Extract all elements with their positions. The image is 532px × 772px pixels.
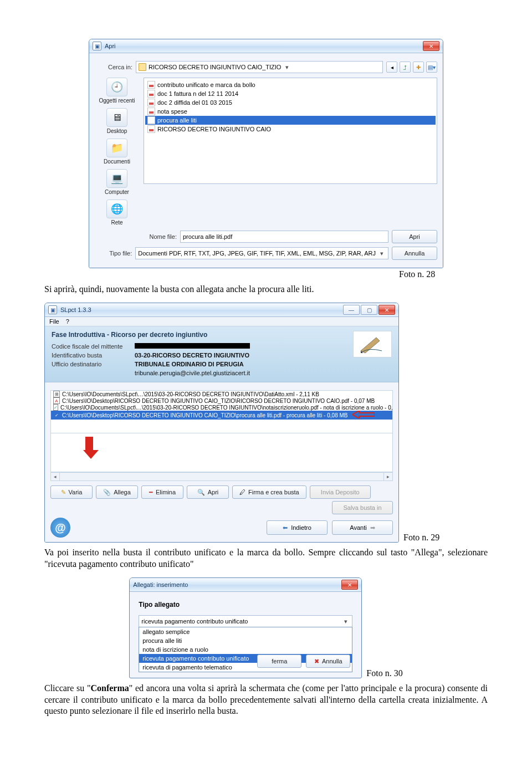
- chevron-down-icon: ▾: [283, 63, 291, 71]
- allegati-dialog: Allegati: inserimento ✕ Tipo allegato ri…: [129, 577, 362, 678]
- invia-button[interactable]: Invia Deposito: [310, 485, 371, 499]
- close-icon[interactable]: ✕: [423, 41, 439, 51]
- places-documents[interactable]: 📁Documenti: [98, 139, 136, 165]
- pdf-icon: [147, 90, 155, 98]
- filename-input[interactable]: procura alle liti.pdf: [180, 231, 388, 243]
- dropdown-option[interactable]: nota di iscrizione a ruolo: [139, 645, 352, 654]
- search-in-label: Cerca in:: [95, 64, 132, 70]
- file-row[interactable]: nota spese: [145, 107, 436, 116]
- pdf-icon: [147, 81, 155, 89]
- folder-icon: [139, 63, 146, 71]
- dropdown-option[interactable]: allegato semplice: [139, 627, 352, 636]
- pdf-icon: [147, 116, 155, 124]
- elimina-button[interactable]: ━Elimina: [141, 485, 183, 499]
- wizard-dialog: ▣ SLpct 1.3.3 — ▢ ✕ File ? Fase Introdut…: [44, 303, 399, 543]
- dropdown-option[interactable]: procura alle liti: [139, 636, 352, 645]
- cancel-button[interactable]: Annulla: [392, 247, 437, 260]
- pen-icon: [353, 331, 392, 357]
- type-label: Tipo allegato: [139, 601, 352, 609]
- body-text: Si aprirà, quindi, nuovamente la busta c…: [44, 284, 488, 295]
- titlebar: ▣ SLpct 1.3.3 — ▢ ✕: [45, 303, 398, 317]
- filetype-combo[interactable]: Documenti PDF, RTF, TXT, JPG, JPEG, GIF,…: [135, 247, 388, 259]
- dialog-title: SLpct 1.3.3: [60, 306, 343, 313]
- firma-button[interactable]: 🖊Firma e crea busta: [232, 485, 306, 499]
- back-button[interactable]: ◂: [386, 62, 397, 73]
- file-row[interactable]: contributo unificato e marca da bollo: [145, 80, 436, 89]
- current-folder: RICORSO DECRETO INGIUNTIVO CAIO_TIZIO: [149, 64, 281, 70]
- file-row[interactable]: doc 1 fattura n del 12 11 2014: [145, 89, 436, 98]
- list-item: ⊞C:\Users\IO\Documents\SLpct\…\2015\03-2…: [51, 391, 392, 397]
- filetype-label: Tipo file:: [95, 250, 132, 257]
- apri-button[interactable]: 🔍Apri: [187, 485, 229, 499]
- titlebar: Allegati: inserimento ✕: [130, 578, 361, 592]
- chevron-down-icon: ▾: [378, 249, 386, 257]
- pdf-icon: [147, 99, 155, 106]
- app-icon: ▣: [48, 305, 57, 314]
- at-icon: @: [50, 518, 70, 538]
- body-text: Va poi inserito nella busta il contribut…: [44, 547, 488, 570]
- salva-button[interactable]: Salva busta in: [332, 501, 393, 514]
- view-menu-button[interactable]: ▤▾: [426, 62, 437, 73]
- pdf-icon: [147, 125, 155, 133]
- titlebar: ▣ Apri ✕: [89, 39, 443, 53]
- svg-marker-0: [352, 411, 375, 418]
- redacted-value: [135, 343, 250, 349]
- attachment-list[interactable]: ⊞C:\Users\IO\Documents\SLpct\…\2015\03-2…: [50, 390, 393, 433]
- varia-button[interactable]: ✎Varia: [50, 485, 93, 499]
- minimize-icon[interactable]: —: [343, 305, 360, 315]
- arrow-down-icon: [83, 437, 95, 459]
- new-folder-button[interactable]: ✚: [413, 62, 424, 73]
- phase-title: Fase Introduttiva - Ricorso per decreto …: [52, 331, 250, 339]
- places-network[interactable]: 🌐Rete: [98, 200, 136, 226]
- caption: Foto n. 28: [399, 269, 488, 279]
- back-button[interactable]: ⬅Indietro: [267, 520, 328, 535]
- maximize-icon[interactable]: ▢: [361, 305, 377, 315]
- file-row[interactable]: procura alle liti: [145, 116, 436, 125]
- list-item: ✓C:\Users\IO\Desktop\RICORSO DECRETO ING…: [51, 411, 392, 420]
- menu-file[interactable]: File: [49, 318, 59, 325]
- list-item: AC:\Users\IO\Desktop\RICORSO DECRETO ING…: [51, 397, 392, 404]
- pdf-icon: [147, 108, 155, 115]
- confirm-button[interactable]: ferma: [257, 655, 301, 668]
- file-list[interactable]: contributo unificato e marca da bollo do…: [144, 78, 437, 184]
- close-icon[interactable]: ✕: [378, 305, 395, 315]
- cancel-button[interactable]: ✖Annulla: [306, 655, 350, 668]
- places-desktop[interactable]: 🖥Desktop: [98, 108, 136, 134]
- type-combo[interactable]: ricevuta pagamento contributo unificato …: [139, 615, 352, 627]
- dialog-title: Allegati: inserimento: [133, 581, 341, 588]
- allega-button[interactable]: 📎Allega: [96, 485, 138, 499]
- open-button[interactable]: Apri: [392, 230, 437, 243]
- folder-combo[interactable]: RICORSO DECRETO INGIUNTIVO CAIO_TIZIO ▾: [136, 61, 383, 73]
- forward-button[interactable]: Avanti➡: [332, 520, 393, 535]
- open-file-dialog: ▣ Apri ✕ Cerca in: RICORSO DECRETO INGIU…: [89, 39, 443, 268]
- filename-label: Nome file:: [95, 233, 177, 240]
- app-icon: ▣: [93, 42, 101, 50]
- caption: Foto n. 29: [403, 533, 439, 543]
- list-item: ✓C:\Users\IO\Documents\SLpct\…\2015\03-2…: [51, 404, 392, 411]
- caption: Foto n. 30: [366, 668, 402, 678]
- body-text: Cliccare su "Conferma" ed ancora una vol…: [44, 683, 488, 717]
- close-icon[interactable]: ✕: [341, 580, 358, 590]
- file-row[interactable]: doc 2 diffida del 01 03 2015: [145, 98, 436, 107]
- chevron-down-icon: ▾: [342, 617, 350, 625]
- dialog-title: Apri: [105, 43, 423, 49]
- up-button[interactable]: ⮥: [400, 62, 411, 73]
- places-bar: 🕘Oggetti recenti 🖥Desktop 📁Documenti 💻Co…: [95, 78, 139, 226]
- file-row[interactable]: RICORSO DECRETO INGIUNTIVO CAIO: [145, 125, 436, 134]
- places-computer[interactable]: 💻Computer: [98, 169, 136, 195]
- arrow-left-icon: [352, 411, 375, 420]
- horizontal-scrollbar[interactable]: ◂▸: [50, 472, 393, 481]
- menu-help[interactable]: ?: [66, 318, 69, 325]
- places-recent[interactable]: 🕘Oggetti recenti: [98, 78, 136, 104]
